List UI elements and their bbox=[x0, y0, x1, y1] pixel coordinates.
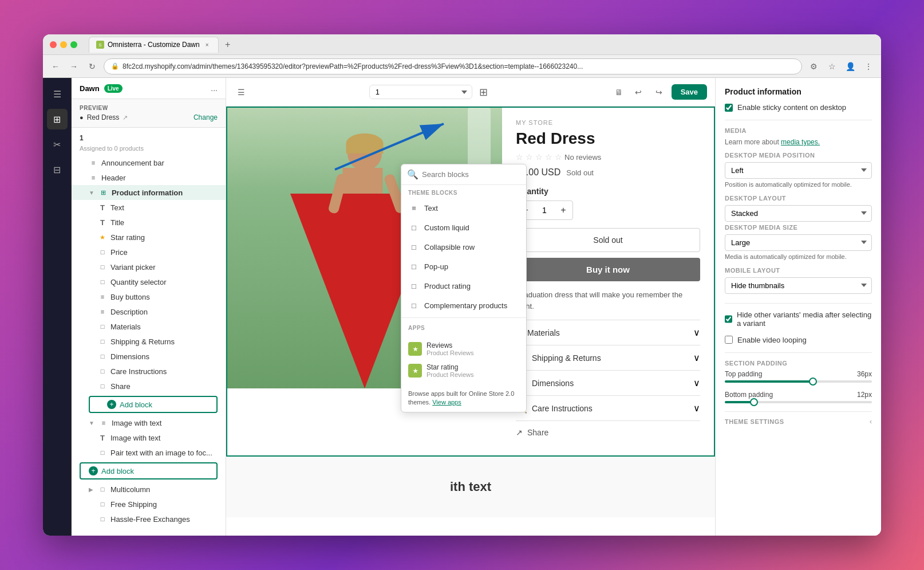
preview-num-select[interactable]: 1 bbox=[369, 85, 472, 99]
tab-close-button[interactable]: × bbox=[203, 41, 211, 49]
tree-item-title[interactable]: T Title bbox=[72, 215, 226, 230]
tree-item-quantity-selector[interactable]: □ Quantity selector bbox=[72, 274, 226, 289]
editor-layout: ☰ ⊞ ✂ ⊟ Dawn Live ... PREVIEW bbox=[43, 78, 881, 536]
share-row[interactable]: ↗ Share bbox=[516, 420, 700, 444]
image-text-label: Image with text bbox=[110, 434, 160, 442]
save-button[interactable]: Save bbox=[672, 84, 707, 100]
popup-product-rating-icon: □ bbox=[408, 280, 420, 292]
popup-item-popup[interactable]: □ Pop-up bbox=[401, 257, 526, 276]
customize-icon[interactable]: ⊞ bbox=[477, 85, 491, 99]
app-item-star-rating[interactable]: ★ Star rating Product Reviews bbox=[408, 360, 519, 382]
forward-button[interactable]: → bbox=[67, 60, 81, 73]
materials-icon: □ bbox=[98, 322, 107, 331]
tree-item-materials[interactable]: □ Materials bbox=[72, 319, 226, 334]
media-section-label: MEDIA bbox=[725, 127, 872, 134]
tree-item-header-section[interactable]: ≡ Header bbox=[72, 170, 226, 185]
new-tab-button[interactable]: + bbox=[221, 38, 235, 52]
tree-item-image-text[interactable]: T Image with text bbox=[72, 430, 226, 445]
popup-text-icon: ≡ bbox=[408, 202, 420, 214]
tree-item-care-instructions[interactable]: □ Care Instructions bbox=[72, 364, 226, 379]
desktop-media-size-select[interactable]: Large Medium Small bbox=[725, 234, 872, 251]
app-item-reviews[interactable]: ★ Reviews Product Reviews bbox=[408, 338, 519, 360]
buy-it-now-button[interactable]: Buy it now bbox=[516, 258, 700, 281]
desktop-media-pos-select[interactable]: Left Right bbox=[725, 162, 872, 179]
tree-item-product-information[interactable]: ▼ ⊞ Product information bbox=[72, 185, 226, 200]
share-label: Share bbox=[527, 428, 548, 437]
hide-variants-checkbox[interactable] bbox=[725, 315, 732, 323]
video-looping-checkbox[interactable] bbox=[725, 336, 733, 344]
add-block-2-button[interactable]: + Add block bbox=[80, 462, 218, 479]
change-link[interactable]: Change bbox=[194, 113, 218, 121]
bookmark-button[interactable]: ☆ bbox=[825, 60, 839, 73]
announcement-bar-label: Announcement bar bbox=[101, 159, 164, 167]
care-chevron-icon: ∨ bbox=[693, 403, 700, 414]
buy-buttons-icon: ≡ bbox=[98, 292, 107, 301]
sidebar-icon-sections[interactable]: ✂ bbox=[47, 134, 68, 155]
tree-item-share[interactable]: □ Share bbox=[72, 379, 226, 394]
popup-item-text[interactable]: ≡ Text bbox=[401, 198, 526, 218]
desktop-view-button[interactable]: 🖥 bbox=[612, 85, 626, 99]
menu-button[interactable]: ⋮ bbox=[862, 60, 875, 73]
description-icon: ≡ bbox=[98, 307, 107, 316]
close-traffic-light[interactable] bbox=[50, 41, 57, 48]
sidebar-icon-customize[interactable]: ⊞ bbox=[47, 109, 68, 129]
undo-button[interactable]: ↩ bbox=[630, 84, 646, 100]
popup-popup-label: Pop-up bbox=[424, 262, 448, 271]
media-desc-text: Learn more about bbox=[725, 138, 779, 146]
quantity-increase-button[interactable]: + bbox=[554, 201, 572, 219]
back-button[interactable]: ← bbox=[49, 60, 62, 73]
bottom-padding-label: Bottom padding bbox=[725, 391, 773, 399]
active-tab[interactable]: S Omnisterra - Customize Dawn × bbox=[89, 37, 219, 53]
bottom-padding-thumb[interactable] bbox=[750, 398, 758, 406]
desktop-media-size-label: Desktop media size bbox=[725, 224, 872, 231]
tree-item-description[interactable]: ≡ Description bbox=[72, 304, 226, 319]
desktop-layout-select[interactable]: Stacked Columns bbox=[725, 205, 872, 222]
accordion-shipping[interactable]: 🚚 Shipping & Returns ∨ bbox=[516, 345, 700, 370]
tree-item-announcement-bar[interactable]: ≡ Announcement bar bbox=[72, 155, 226, 170]
accordion-materials[interactable]: ◆ Materials ∨ bbox=[516, 320, 700, 345]
tree-item-price[interactable]: □ Price bbox=[72, 245, 226, 260]
dimensions-label: Dimensions bbox=[110, 352, 149, 361]
tree-item-star-rating[interactable]: ★ Star rating bbox=[72, 230, 226, 245]
popup-item-product-rating[interactable]: □ Product rating bbox=[401, 276, 526, 296]
popup-item-collapsible-row[interactable]: □ Collapsible row bbox=[401, 237, 526, 257]
mobile-layout-select[interactable]: Hide thumbnails Show thumbnails bbox=[725, 277, 872, 294]
top-padding-thumb[interactable] bbox=[809, 378, 817, 386]
tree-item-shipping-returns[interactable]: □ Shipping & Returns bbox=[72, 334, 226, 349]
redo-button[interactable]: ↪ bbox=[651, 84, 667, 100]
tree-item-multicolumn[interactable]: ▶ □ Multicolumn bbox=[72, 482, 226, 497]
add-block-button[interactable]: + Add block bbox=[89, 396, 218, 413]
panel-more-button[interactable]: ... bbox=[211, 84, 218, 93]
tree-item-hassle-free[interactable]: □ Hassle-Free Exchanges bbox=[72, 512, 226, 526]
popup-item-custom-liquid[interactable]: □ Custom liquid bbox=[401, 218, 526, 237]
dimensions-accordion-label: Dimensions bbox=[532, 379, 574, 388]
minimize-traffic-light[interactable] bbox=[60, 41, 67, 48]
tree-item-dimensions[interactable]: □ Dimensions bbox=[72, 349, 226, 364]
refresh-button[interactable]: ↻ bbox=[85, 60, 99, 73]
sidebar-icon-expand[interactable]: ☰ bbox=[47, 84, 68, 104]
tree-item-free-shipping[interactable]: □ Free Shipping bbox=[72, 497, 226, 512]
extensions-button[interactable]: ⚙ bbox=[807, 60, 820, 73]
popup-item-complementary[interactable]: □ Complementary products bbox=[401, 296, 526, 315]
tree-item-text[interactable]: T Text bbox=[72, 200, 226, 215]
accordion-dimensions[interactable]: 📐 Dimensions ∨ bbox=[516, 370, 700, 395]
accordion-care[interactable]: ✏️ Care Instructions ∨ bbox=[516, 395, 700, 420]
tree-item-image-with-text[interactable]: ▼ ≡ Image with text bbox=[72, 415, 226, 430]
announcement-bar-icon: ≡ bbox=[89, 158, 98, 167]
sidebar-icon-apps[interactable]: ⊟ bbox=[47, 159, 68, 180]
maximize-traffic-light[interactable] bbox=[70, 41, 77, 48]
tree-item-header: 1 bbox=[72, 131, 226, 145]
view-apps-link[interactable]: View apps bbox=[432, 399, 461, 406]
tree-item-pair-text[interactable]: □ Pair text with an image to foc... bbox=[72, 445, 226, 460]
sold-out-button[interactable]: Sold out bbox=[516, 228, 700, 252]
preview-product: ● Red Dress ↗ bbox=[80, 113, 128, 121]
tree-item-buy-buttons[interactable]: ≡ Buy buttons bbox=[72, 289, 226, 304]
tree-item-variant-picker[interactable]: □ Variant picker bbox=[72, 260, 226, 274]
address-bar[interactable]: 🔒 8fc2cd.myshopify.com/admin/themes/1364… bbox=[104, 58, 802, 74]
sidebar-toggle-button[interactable]: ☰ bbox=[234, 85, 248, 99]
media-types-link[interactable]: media types. bbox=[781, 138, 820, 146]
theme-settings-row[interactable]: THEME SETTINGS ‹ bbox=[725, 411, 872, 431]
popup-search-input[interactable] bbox=[422, 170, 520, 179]
sticky-content-checkbox[interactable] bbox=[725, 104, 733, 112]
profile-button[interactable]: 👤 bbox=[843, 60, 857, 73]
